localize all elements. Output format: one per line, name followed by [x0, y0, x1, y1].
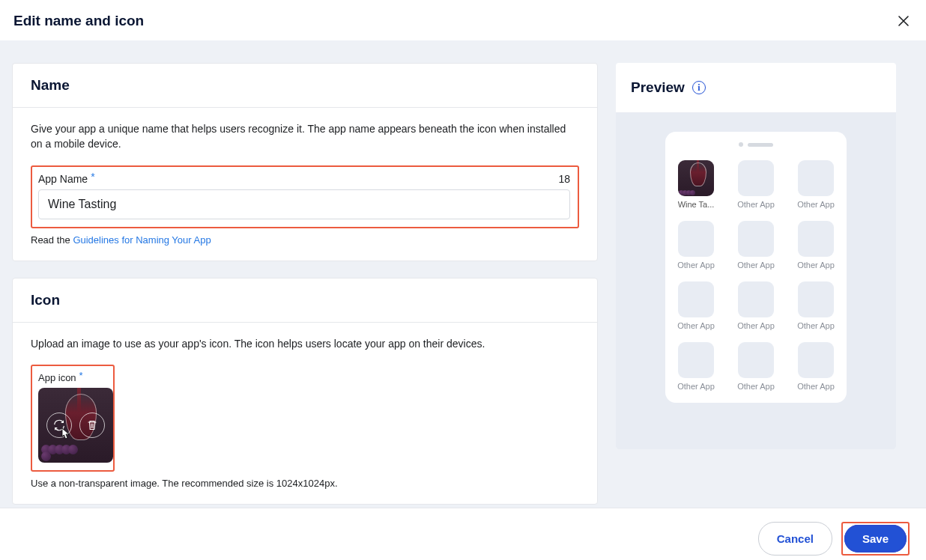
app-label-other: Other App [737, 200, 775, 209]
delete-icon-button[interactable] [79, 413, 105, 438]
preview-column: Preview i Wine Ta.. [616, 63, 896, 499]
app-name-input[interactable] [38, 189, 570, 219]
cancel-button[interactable]: Cancel [758, 522, 832, 556]
icon-card: Icon Upload an image to use as your app'… [12, 278, 598, 505]
app-tile-placeholder [738, 160, 774, 196]
swap-icon [52, 419, 66, 432]
dialog-body: Name Give your app a unique name that he… [0, 40, 926, 511]
app-grid-item-featured: Wine Ta... [673, 160, 719, 209]
app-tile-placeholder [678, 342, 714, 378]
close-icon [898, 15, 910, 27]
phone-topbar [673, 142, 839, 147]
app-label-other: Other App [737, 261, 775, 270]
trash-icon [86, 419, 98, 431]
preview-body: Wine Ta... Other App Other App Other App… [616, 112, 896, 449]
name-card: Name Give your app a unique name that he… [12, 63, 598, 261]
name-helper: Read the Guidelines for Naming Your App [31, 234, 579, 246]
app-icon-thumbnail [38, 388, 113, 463]
app-grid-item: Other App [733, 342, 779, 391]
save-button[interactable]: Save [844, 525, 907, 553]
app-label-other: Other App [737, 382, 775, 391]
close-button[interactable] [895, 12, 913, 30]
preview-card: Preview i Wine Ta.. [616, 63, 896, 449]
app-grid-item: Other App [793, 281, 839, 330]
icon-description: Upload an image to use as your app's ico… [31, 336, 579, 351]
app-label-other: Other App [797, 261, 835, 270]
app-grid: Wine Ta... Other App Other App Other App… [673, 160, 839, 391]
app-label-other: Other App [797, 382, 835, 391]
app-tile-placeholder [798, 160, 834, 196]
app-label-other: Other App [677, 321, 715, 330]
char-count: 18 [558, 173, 570, 185]
preview-header: Preview i [616, 63, 896, 112]
required-asterisk: * [91, 171, 94, 183]
app-name-label: App Name* [38, 173, 95, 185]
phone-speaker-icon [748, 143, 773, 147]
replace-icon-button[interactable] [46, 413, 72, 438]
app-tile-placeholder [798, 221, 834, 257]
app-grid-item: Other App [673, 342, 719, 391]
app-grid-item: Other App [733, 160, 779, 209]
name-heading: Name [13, 64, 597, 108]
naming-guidelines-link[interactable]: Guidelines for Naming Your App [73, 234, 211, 246]
app-label-other: Other App [797, 321, 835, 330]
app-label-other: Other App [797, 200, 835, 209]
phone-camera-icon [739, 142, 743, 147]
info-icon[interactable]: i [692, 81, 706, 94]
app-label-other: Other App [737, 321, 775, 330]
app-label-other: Other App [677, 261, 715, 270]
app-icon-label: App icon* [38, 372, 106, 383]
app-label-featured: Wine Ta... [678, 200, 715, 209]
app-grid-item: Other App [733, 281, 779, 330]
app-tile-placeholder [798, 281, 834, 317]
icon-heading: Icon [13, 279, 597, 323]
app-tile-placeholder [798, 342, 834, 378]
app-name-highlight: App Name* 18 [31, 165, 579, 228]
required-asterisk: * [79, 370, 83, 381]
dialog-title: Edit name and icon [13, 13, 144, 29]
app-tile-featured [678, 160, 714, 196]
app-grid-item: Other App [673, 221, 719, 270]
app-tile-placeholder [678, 281, 714, 317]
app-tile-placeholder [738, 221, 774, 257]
app-label-other: Other App [677, 382, 715, 391]
app-grid-item: Other App [733, 221, 779, 270]
name-description: Give your app a unique name that helps u… [31, 121, 579, 152]
save-highlight: Save [841, 522, 910, 556]
app-tile-placeholder [738, 342, 774, 378]
app-grid-item: Other App [793, 221, 839, 270]
app-icon-highlight: App icon* [31, 365, 115, 472]
app-grid-item: Other App [673, 281, 719, 330]
dialog-footer: Cancel Save [0, 508, 926, 560]
preview-heading: Preview [631, 79, 685, 96]
app-grid-item: Other App [793, 342, 839, 391]
dialog-header: Edit name and icon [0, 0, 926, 40]
icon-helper: Use a non-transparent image. The recomme… [31, 478, 579, 489]
app-tile-placeholder [738, 281, 774, 317]
app-tile-placeholder [678, 221, 714, 257]
app-grid-item: Other App [793, 160, 839, 209]
phone-mockup: Wine Ta... Other App Other App Other App… [665, 132, 847, 403]
icon-overlay [38, 388, 113, 463]
main-column: Name Give your app a unique name that he… [12, 63, 598, 499]
